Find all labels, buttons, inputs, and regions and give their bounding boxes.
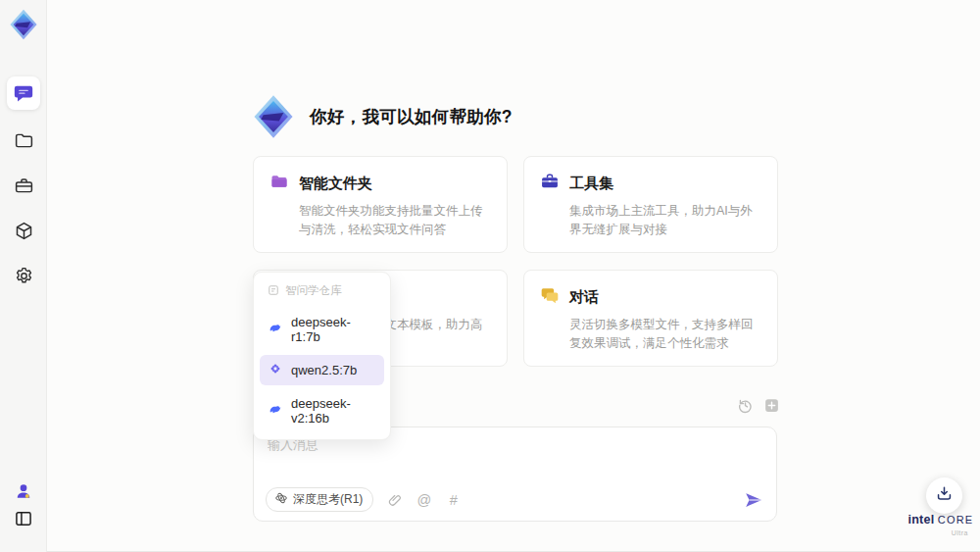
- card-toolset[interactable]: 工具集 集成市场上主流工具，助力AI与外界无缝扩展与对接: [523, 156, 778, 253]
- sidebar-item-settings[interactable]: [7, 259, 40, 292]
- sidebar-item-apps[interactable]: [7, 214, 40, 247]
- sidebar: [0, 0, 47, 552]
- folder-purple-icon: [270, 172, 289, 195]
- model-dropdown-header: 智问学仓库: [260, 280, 384, 304]
- card-conversation[interactable]: 对话 灵活切换多模型文件，支持多样回复效果调试，满足个性化需求: [523, 270, 778, 367]
- app-logo: [7, 8, 40, 41]
- page-title: 你好，我可以如何帮助你?: [310, 105, 513, 128]
- app-window: 你好，我可以如何帮助你? 智能文件夹 智能文件夹功能支持批量文件上传与清洗，轻松…: [0, 0, 980, 552]
- intel-core-badge: intel CORE Ultra: [907, 514, 974, 539]
- sidebar-item-collapse[interactable]: [7, 502, 40, 535]
- message-composer: 深度思考(R1) @ #: [253, 427, 777, 522]
- intel-logo-text: intel: [908, 513, 935, 527]
- send-icon[interactable]: [743, 489, 764, 511]
- model-option-deepseek-r1[interactable]: deepseek-r1:7b: [260, 309, 384, 350]
- sidebar-item-folders[interactable]: [7, 124, 40, 157]
- sidebar-item-tools[interactable]: [7, 169, 40, 202]
- briefcase-blue-icon: [540, 172, 560, 195]
- card-description: 灵活切换多模型文件，支持多样回复效果调试，满足个性化需求: [569, 316, 761, 353]
- user-icon: [14, 481, 33, 501]
- deepseek-icon: [268, 321, 283, 339]
- card-title: 工具集: [569, 175, 613, 193]
- card-title: 对话: [569, 288, 599, 307]
- briefcase-icon: [14, 176, 34, 196]
- cube-icon: [14, 221, 34, 241]
- paperclip-icon[interactable]: [386, 491, 403, 508]
- panel-layout-icon: [14, 509, 33, 528]
- card-title: 智能文件夹: [299, 175, 372, 193]
- gear-icon: [14, 266, 34, 286]
- intel-suffix-text: Ultra: [907, 527, 974, 539]
- deep-think-toggle[interactable]: 深度思考(R1): [266, 487, 373, 512]
- deepseek-icon: [268, 402, 283, 421]
- chat-toolbar: [737, 397, 780, 414]
- atom-icon: [274, 491, 288, 508]
- card-description: 智能文件夹功能支持批量文件上传与清洗，轻松实现文件问答: [299, 202, 491, 239]
- folder-icon: [14, 130, 34, 151]
- repo-icon: [268, 284, 279, 298]
- new-chat-icon[interactable]: [763, 397, 780, 414]
- card-smart-folder[interactable]: 智能文件夹 智能文件夹功能支持批量文件上传与清洗，轻松实现文件问答: [253, 156, 508, 253]
- model-option-qwen[interactable]: qwen2.5:7b: [260, 355, 384, 385]
- composer-toolbar: 深度思考(R1) @ #: [266, 487, 764, 512]
- gem-logo-icon: [8, 9, 39, 40]
- chat-bubble-icon: [13, 82, 34, 104]
- at-icon[interactable]: @: [416, 491, 432, 508]
- download-icon: [935, 484, 954, 507]
- sidebar-item-chat[interactable]: [7, 76, 40, 110]
- gem-logo-icon: [251, 94, 296, 139]
- model-dropdown: 智问学仓库 deepseek-r1:7b qwen2.5:7b deepseek…: [253, 272, 391, 440]
- model-option-deepseek-v2[interactable]: deepseek-v2:16b: [260, 390, 384, 431]
- greeting-header: 你好，我可以如何帮助你?: [251, 94, 513, 139]
- qwen-icon: [268, 361, 283, 379]
- download-button[interactable]: [926, 477, 962, 514]
- hash-icon[interactable]: #: [445, 491, 462, 508]
- chat-yellow-icon: [540, 285, 560, 309]
- history-icon[interactable]: [737, 397, 754, 414]
- card-description: 集成市场上主流工具，助力AI与外界无缝扩展与对接: [569, 202, 761, 239]
